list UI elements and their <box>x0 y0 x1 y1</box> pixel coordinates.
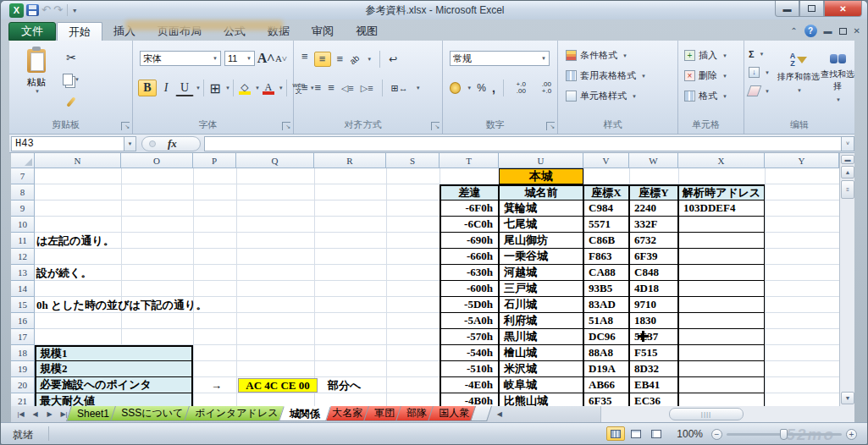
close-button[interactable]: ✕ <box>824 1 862 17</box>
worksheet-grid[interactable]: NOPQRSTUVWXY789101112131415161718192021は… <box>11 153 839 406</box>
collapse-ribbon-icon[interactable]: ⌃ <box>790 26 797 36</box>
delete-cells-button[interactable]: ×删除▼ <box>682 68 730 84</box>
castle-table-cell[interactable]: 岐阜城 <box>499 377 583 393</box>
castle-table-cell[interactable] <box>678 329 765 345</box>
castle-table-cell[interactable]: C86B <box>583 233 629 249</box>
row-header-11[interactable]: 11 <box>11 233 35 249</box>
castle-table-cell[interactable]: 103DDEF4 <box>678 201 765 217</box>
castle-table-cell[interactable] <box>678 377 765 393</box>
font-dialog-launcher[interactable]: ↘ <box>282 122 290 130</box>
castle-table-cell[interactable]: 箕輪城 <box>499 201 583 217</box>
orientation-button[interactable]: ab <box>347 52 362 67</box>
name-box[interactable]: H43 <box>11 136 124 151</box>
column-header-V[interactable]: V <box>583 153 629 168</box>
column-header-Y[interactable]: Y <box>765 153 839 168</box>
castle-table-cell[interactable]: 1830 <box>629 313 678 329</box>
castle-table-cell[interactable]: 七尾城 <box>499 217 583 233</box>
tab-scroll-left-icon[interactable]: ◀ <box>493 410 506 418</box>
scroll-up-icon[interactable]: ▲ <box>841 166 854 179</box>
castle-table-header[interactable]: 城名前 <box>499 184 583 201</box>
wrap-text-button[interactable]: ↩ <box>388 52 398 66</box>
castle-table-cell[interactable]: 5E37 <box>629 329 678 345</box>
align-center-button[interactable]: ≡ <box>314 82 323 94</box>
note-cell[interactable]: は左記の通り。 <box>36 233 114 249</box>
paste-button[interactable]: 粘贴 ▼ <box>19 49 53 94</box>
page-layout-view-button[interactable] <box>627 426 645 441</box>
castle-table-cell[interactable] <box>678 393 765 406</box>
castle-table-cell[interactable]: -4E0h <box>440 377 499 393</box>
row-header-13[interactable]: 13 <box>11 265 35 281</box>
castle-table-header[interactable]: 座標X <box>583 184 629 201</box>
insert-function-button[interactable]: fx <box>141 136 201 151</box>
column-header-P[interactable]: P <box>193 153 236 168</box>
decrease-indent-button[interactable]: ◁≡ <box>340 82 355 94</box>
prev-sheet-icon[interactable]: ◀ <box>29 410 41 418</box>
split-handle[interactable]: ▬ <box>841 155 854 164</box>
castle-table-cell[interactable]: -630h <box>440 265 499 281</box>
page-break-view-button[interactable] <box>647 426 666 441</box>
castle-table-cell[interactable]: 米沢城 <box>499 361 583 377</box>
decrease-decimal-button[interactable]: .00 +.0 <box>536 80 557 96</box>
castle-table-cell[interactable]: AB66 <box>583 377 629 393</box>
column-header-T[interactable]: T <box>440 153 499 168</box>
insert-cells-button[interactable]: +插入▼ <box>682 47 730 63</box>
castle-table-cell[interactable]: -660h <box>440 249 499 265</box>
zoom-thumb[interactable] <box>780 429 788 440</box>
increase-decimal-button[interactable]: +.0 .00 <box>511 80 532 96</box>
castle-table-cell[interactable]: 黒川城 <box>499 329 583 345</box>
number-dialog-launcher[interactable]: ↘ <box>546 122 555 130</box>
castle-table-cell[interactable] <box>678 265 765 281</box>
clipboard-dialog-launcher[interactable]: ↘ <box>121 122 130 130</box>
ribbon-tab-视图[interactable]: 视图 <box>345 22 389 41</box>
next-sheet-icon[interactable]: ▶ <box>43 410 56 418</box>
castle-table-cell[interactable]: EB41 <box>629 377 678 393</box>
castle-table-cell[interactable]: 6F39 <box>629 249 678 265</box>
column-header-R[interactable]: R <box>314 153 386 168</box>
ribbon-tab-审阅[interactable]: 审阅 <box>301 22 345 41</box>
highlighted-bytes-cell[interactable]: AC 4C CE 00 <box>238 378 318 393</box>
grow-font-button[interactable]: A˄ <box>258 51 274 66</box>
castle-table-cell[interactable]: 9710 <box>629 297 678 313</box>
castle-table-cell[interactable]: 2240 <box>629 201 678 217</box>
workbook-close-icon[interactable]: ✕ <box>854 26 860 36</box>
zoom-out-icon[interactable]: − <box>711 429 722 440</box>
castle-table-cell[interactable]: -690h <box>440 233 499 249</box>
currency-icon[interactable] <box>450 82 461 94</box>
shrink-font-button[interactable]: A˅ <box>274 51 289 66</box>
row-header-7[interactable]: 7 <box>11 168 35 184</box>
castle-table-header[interactable]: 差違 <box>440 184 499 201</box>
italic-button[interactable]: I <box>157 80 175 96</box>
sheet-tab-ポインタアドレス[interactable]: ポインタアドレス <box>184 406 289 421</box>
row-header-16[interactable]: 16 <box>11 313 35 329</box>
format-painter-button[interactable] <box>62 93 80 110</box>
underline-button[interactable]: U <box>175 80 194 96</box>
align-right-button[interactable]: ≡ <box>327 82 335 94</box>
cell-styles-button[interactable]: 单元格样式▼ <box>563 88 639 104</box>
horizontal-scrollbar[interactable]: |||| <box>600 406 854 422</box>
formula-input[interactable] <box>204 136 841 151</box>
cut-button[interactable]: ✂ <box>62 49 80 66</box>
first-sheet-icon[interactable]: |◀ <box>14 410 27 418</box>
castle-table-cell[interactable]: EC36 <box>629 393 678 406</box>
castle-table-cell[interactable]: -5D0h <box>440 297 499 313</box>
clear-button[interactable]: ▼ <box>746 83 772 99</box>
row-header-10[interactable]: 10 <box>11 217 35 233</box>
vertical-scrollbar[interactable]: ▬ ▲ ≡ ▼ <box>839 153 854 406</box>
bold-button[interactable]: B <box>138 80 157 96</box>
castle-table-cell[interactable]: -600h <box>440 281 499 297</box>
castle-table-cell[interactable] <box>678 361 765 377</box>
castle-table-cell[interactable]: D19A <box>583 361 629 377</box>
bottom-align-button[interactable]: ≡ <box>336 53 345 65</box>
row-header-8[interactable]: 8 <box>11 184 35 201</box>
castle-table-cell[interactable] <box>678 313 765 329</box>
zoom-in-icon[interactable]: + <box>846 429 857 440</box>
note-cell[interactable]: 0h とした時の並びは下記の通り。 <box>36 297 207 313</box>
row-header-9[interactable]: 9 <box>11 201 35 217</box>
font-color-button[interactable]: A <box>260 80 277 96</box>
workbook-restore-icon[interactable] <box>839 28 847 35</box>
sort-filter-button[interactable]: AZ 排序和筛选 ▼ <box>775 47 822 120</box>
select-all-button[interactable] <box>11 153 35 168</box>
maximize-button[interactable] <box>799 1 824 17</box>
column-header-N[interactable]: N <box>35 153 121 168</box>
zoom-level[interactable]: 100% <box>677 428 703 440</box>
